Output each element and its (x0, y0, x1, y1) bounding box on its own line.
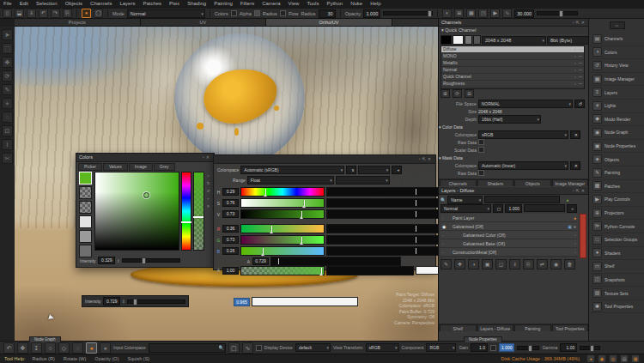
blue-slider[interactable] (240, 246, 325, 256)
window-buttons[interactable]: ▫⇱✕ (573, 187, 586, 194)
palette-item[interactable]: ≡ Layers (589, 86, 644, 100)
alpha-slider-value[interactable]: 1.00 (222, 267, 239, 275)
display-device-dropdown[interactable]: default (295, 343, 331, 352)
dock-bottom-tab[interactable]: Shelf (440, 324, 477, 331)
mask-icon[interactable]: ▫ (574, 250, 576, 255)
viewport-tab[interactable]: Projects (15, 19, 141, 26)
intensity-value[interactable]: 0.729 (103, 297, 120, 306)
channel-lock-icon[interactable]: — (579, 61, 583, 65)
layers-scrollbar[interactable] (580, 214, 586, 258)
mode-dropdown[interactable]: Normal (127, 9, 205, 18)
colors-panel-tab[interactable]: Picker (78, 163, 102, 171)
add-group-icon[interactable]: ▣ (482, 259, 493, 269)
clear-button[interactable]: ✕ (570, 161, 580, 170)
window-buttons[interactable]: ▫✕ (203, 154, 211, 161)
value-slider-overrange[interactable] (326, 209, 441, 219)
hue-slider[interactable] (240, 187, 325, 197)
layer-row[interactable]: · Paint Layer ● (440, 214, 578, 222)
palette-item[interactable]: □ Selection Groups (589, 233, 644, 247)
channel-lock-icon[interactable]: — (579, 88, 583, 89)
menu-item[interactable]: Camera (262, 1, 280, 6)
scalar-data-checkbox[interactable] (478, 147, 484, 153)
add-button[interactable]: + (392, 166, 402, 174)
green-slider[interactable] (240, 235, 325, 245)
palette-item[interactable]: ▶ Play Controls (589, 193, 644, 207)
page-icon[interactable]: ▢ (228, 342, 240, 354)
gain-reset-checkbox[interactable] (490, 345, 496, 351)
menu-item[interactable]: Painting (214, 1, 233, 6)
channel-lock-icon[interactable]: — (579, 82, 583, 86)
gamma-value[interactable]: 1.00 (560, 343, 577, 352)
alpha-preview-bar[interactable] (252, 297, 358, 306)
range-dropdown[interactable]: Float (247, 176, 334, 185)
palette-item[interactable]: ◫ Snapshots (589, 274, 644, 287)
channel-row[interactable]: Normal ▫— (441, 67, 584, 74)
colorspace-dropdown[interactable]: Automatic (sRGB) (240, 166, 344, 174)
intensity-slider[interactable] (122, 258, 180, 263)
mask-icon[interactable]: ▫ (574, 233, 576, 238)
color-swatch[interactable] (79, 215, 92, 228)
channel-row[interactable]: Quick Channel ▫— (441, 74, 584, 81)
paint-tool-icon[interactable]: ● (82, 9, 91, 18)
palette-item[interactable]: ◆ Modo Render (589, 113, 644, 127)
channels-panel-header[interactable]: Channels ▫⇱✕ (439, 19, 589, 27)
layer-row[interactable]: · Galvanised Color (Off) ▫ (440, 231, 578, 239)
visibility-cell[interactable]: · (442, 215, 451, 221)
alpha-checkbox[interactable] (231, 10, 237, 16)
add-mask-icon[interactable]: ◻ (495, 259, 507, 269)
secondary-dropdown[interactable] (358, 166, 390, 174)
diamond-brush-icon[interactable]: ◇ (58, 342, 70, 354)
add-paint-layer-icon[interactable]: ✎ (440, 259, 452, 269)
color-swatch[interactable] (79, 245, 92, 257)
palette-item[interactable]: ◉ Node Graph (589, 126, 644, 140)
filter-active-icon[interactable]: ● (566, 197, 568, 203)
menu-item[interactable]: Edit (20, 1, 28, 6)
alpha-slider-overrange[interactable] (326, 266, 414, 275)
channel-row[interactable]: MONO ▫— (441, 53, 584, 60)
rotate-tool-icon[interactable]: ⟳ (2, 70, 13, 82)
falloff-slider[interactable] (537, 11, 578, 15)
circle-brush-icon[interactable]: ○ (45, 342, 56, 354)
add-procedural-icon[interactable]: ❖ (454, 259, 465, 269)
colorspace-lock[interactable]: s (346, 166, 356, 174)
mask-raw-data-checkbox[interactable] (478, 170, 484, 176)
group-folder-icon[interactable]: ▣ (568, 224, 572, 229)
selected-radio-icon[interactable]: ◉ (442, 224, 451, 229)
mask-data-section[interactable]: ▾ Mask Data (439, 155, 463, 160)
hue-strip[interactable] (181, 172, 191, 251)
menu-item[interactable]: Ptex (169, 1, 179, 6)
undo-icon[interactable]: ↶ (39, 9, 48, 18)
saturation-slider-value[interactable]: 0.76 (222, 199, 239, 207)
palette-item[interactable]: ▨ Texture Sets (589, 287, 644, 300)
select-tool-icon[interactable]: ➤ (2, 29, 13, 40)
values-panel-titlebar[interactable]: ▫⇱✕ (214, 155, 435, 164)
sphere-preview-icon[interactable]: ● (100, 342, 111, 354)
clear-filter-icon[interactable]: ◌ (562, 197, 564, 203)
dock-tab[interactable]: Channels (440, 179, 477, 186)
menu-item[interactable]: Tools (307, 1, 319, 6)
quick-channel-row[interactable]: ▾ Quick Channel (439, 27, 589, 34)
input-colorspace-field[interactable] (149, 343, 226, 353)
gain-value[interactable]: 1.0 (471, 343, 488, 352)
red-slider[interactable] (240, 224, 325, 233)
lut-checkbox[interactable] (256, 345, 262, 351)
open-project-icon[interactable]: ⬓ (15, 9, 24, 18)
palette-item[interactable]: ↺ History View (589, 59, 644, 73)
channel-cache-icon[interactable]: ▫ (574, 82, 576, 86)
stepper-icon[interactable]: ⇕ (117, 258, 120, 263)
green-slider-value[interactable]: 0.73 (222, 236, 239, 244)
redo-icon[interactable]: ↷ (51, 9, 60, 18)
add-channel-icon[interactable]: ⊞ (440, 89, 450, 98)
light-status-icon[interactable]: ◉ (598, 354, 606, 363)
menu-item[interactable]: Help (370, 1, 380, 6)
channel-lock-icon[interactable]: — (579, 47, 583, 51)
marquee-tool-icon[interactable]: ⬚ (2, 43, 13, 54)
gain-slider[interactable] (517, 346, 539, 350)
raw-data-checkbox[interactable] (478, 139, 484, 145)
color-swatch[interactable] (79, 186, 92, 199)
menu-item[interactable]: Filters (240, 1, 254, 6)
move-tool-icon[interactable]: ✥ (2, 57, 13, 68)
remove-channel-icon[interactable]: ⊟ (465, 89, 474, 98)
color-swatch[interactable] (79, 201, 92, 214)
menu-item[interactable]: Nuke (350, 1, 362, 6)
